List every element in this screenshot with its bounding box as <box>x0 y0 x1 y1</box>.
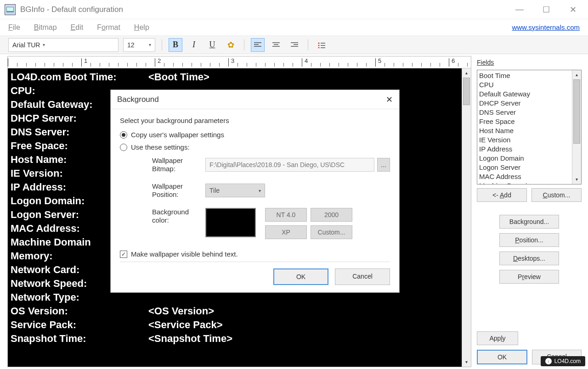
field-value: <Service Pack> <box>148 318 222 332</box>
wallpaper-position-select[interactable]: Tile ▾ <box>205 184 265 197</box>
toolbar: Arial TUR ▾ 12 ▾ B I U ✿ <box>0 36 588 54</box>
preset-custom-button[interactable]: Custom... <box>311 225 352 239</box>
field-list-item[interactable]: Default Gateway <box>479 89 570 99</box>
separator <box>162 39 162 50</box>
dialog-title: Background <box>117 95 159 104</box>
svg-point-13 <box>318 45 320 46</box>
font-size-value: 12 <box>127 41 135 49</box>
preset-2000-button[interactable]: 2000 <box>311 208 352 222</box>
fields-listbox[interactable]: Boot TimeCPUDefault GatewayDHCP ServerDN… <box>477 70 582 184</box>
chevron-down-icon: ▾ <box>149 42 151 47</box>
field-label: LO4D.com Boot Time: <box>11 70 148 84</box>
right-panel: Fields Boot TimeCPUDefault GatewayDHCP S… <box>473 54 588 369</box>
wallpaper-position-label: Wallpaper Position: <box>152 182 203 199</box>
preset-xp-button[interactable]: XP <box>265 225 307 239</box>
fields-scrollbar[interactable]: ▴ ▾ <box>572 70 581 184</box>
download-icon: ↓ <box>545 358 552 364</box>
field-value: <Boot Time> <box>148 70 209 84</box>
sysinternals-link[interactable]: www.sysinternals.com <box>512 23 580 31</box>
bold-button[interactable]: B <box>169 38 182 52</box>
background-button[interactable]: Background... <box>499 215 559 229</box>
editor-row[interactable]: Snapshot Time:<Snapshot Time> <box>11 332 459 346</box>
menubar: File Bitmap Edit Format Help www.sysinte… <box>0 19 588 36</box>
dialog-ok-button[interactable]: OK <box>273 268 328 285</box>
add-field-button[interactable]: <- Add <box>477 188 527 202</box>
field-list-item[interactable]: IP Address <box>479 145 570 154</box>
align-left-button[interactable] <box>251 38 265 52</box>
browse-button[interactable]: ... <box>377 158 390 172</box>
background-color-swatch[interactable] <box>205 208 256 237</box>
scroll-up-icon[interactable]: ▴ <box>572 70 581 79</box>
font-size-select[interactable]: 12 ▾ <box>123 38 155 52</box>
svg-point-15 <box>318 47 320 48</box>
custom-field-button[interactable]: Custom... <box>531 188 582 202</box>
dialog-titlebar: Background ✕ <box>111 90 399 109</box>
window-title: BGInfo - Default configuration <box>20 5 123 14</box>
app-icon <box>5 4 16 15</box>
color-button[interactable]: ✿ <box>224 38 237 52</box>
separator <box>120 262 390 262</box>
wallpaper-bitmap-label: Wallpaper Bitmap: <box>152 157 203 173</box>
radio-use-settings[interactable]: Use these settings: <box>120 143 390 151</box>
checkbox-icon: ✓ <box>120 251 127 258</box>
wallpaper-bitmap-input[interactable]: F:\Digital\Places\2018.09 - San Diego, U… <box>205 158 374 172</box>
menu-file[interactable]: File <box>8 23 20 32</box>
bullets-button[interactable] <box>315 38 328 52</box>
editor-row[interactable]: LO4D.com Boot Time:<Boot Time> <box>11 70 459 84</box>
field-list-item[interactable]: Host Name <box>479 126 570 135</box>
font-family-value: Arial TUR <box>12 41 40 49</box>
field-value: <OS Version> <box>148 304 214 318</box>
preview-button[interactable]: Preview <box>499 270 559 284</box>
scroll-up-icon[interactable]: ▴ <box>462 68 471 78</box>
field-list-item[interactable]: Boot Time <box>479 71 570 80</box>
field-list-item[interactable]: Free Space <box>479 117 570 126</box>
svg-point-11 <box>318 42 320 44</box>
italic-button[interactable]: I <box>187 38 201 52</box>
scroll-down-icon[interactable]: ▾ <box>462 358 471 367</box>
radio-icon <box>120 131 127 139</box>
radio-icon <box>120 144 127 151</box>
field-list-item[interactable]: CPU <box>479 80 570 89</box>
ruler[interactable]: 123456 <box>8 56 471 68</box>
scroll-thumb[interactable] <box>573 79 580 144</box>
chevron-down-icon: ▾ <box>259 188 261 193</box>
menu-help[interactable]: Help <box>134 23 149 32</box>
dialog-prompt: Select your background parameters <box>120 117 390 124</box>
field-list-item[interactable]: DNS Server <box>479 108 570 117</box>
menu-edit[interactable]: Edit <box>71 23 84 32</box>
menu-format[interactable]: Format <box>97 23 120 32</box>
svg-rect-1 <box>7 7 13 11</box>
position-button[interactable]: Position... <box>499 233 559 247</box>
align-right-button[interactable] <box>288 38 301 52</box>
align-center-button[interactable] <box>269 38 283 52</box>
ok-button[interactable]: OK <box>477 350 527 364</box>
field-list-item[interactable]: Machine Domain <box>479 181 570 184</box>
editor-row[interactable]: Service Pack:<Service Pack> <box>11 318 459 332</box>
dialog-close-button[interactable]: ✕ <box>386 95 393 105</box>
field-label: Service Pack: <box>11 318 148 332</box>
underline-button[interactable]: U <box>205 38 219 52</box>
chevron-down-icon: ▾ <box>43 42 45 47</box>
maximize-button[interactable]: ☐ <box>539 5 553 15</box>
editor-row[interactable]: OS Version:<OS Version> <box>11 304 459 318</box>
field-list-item[interactable]: IE Version <box>479 135 570 145</box>
menu-bitmap[interactable]: Bitmap <box>34 23 57 32</box>
separator <box>244 39 244 50</box>
dialog-cancel-button[interactable]: Cancel <box>335 268 390 285</box>
close-button[interactable]: ✕ <box>566 5 580 15</box>
field-list-item[interactable]: DHCP Server <box>479 99 570 108</box>
apply-button[interactable]: Apply <box>477 331 518 345</box>
minimize-button[interactable]: — <box>513 5 526 15</box>
radio-copy-wallpaper[interactable]: Copy user's wallpaper settings <box>120 131 390 139</box>
scroll-down-icon[interactable]: ▾ <box>572 175 581 184</box>
preset-nt4-button[interactable]: NT 4.0 <box>265 208 307 222</box>
watermark: ↓ LO4D.com <box>541 356 585 366</box>
field-list-item[interactable]: MAC Address <box>479 172 570 181</box>
make-visible-checkbox[interactable]: ✓ Make wallpaper visible behind text. <box>120 250 390 258</box>
field-list-item[interactable]: Logon Server <box>479 163 570 172</box>
desktops-button[interactable]: Desktops... <box>499 252 559 265</box>
field-list-item[interactable]: Logon Domain <box>479 154 570 163</box>
editor-scrollbar[interactable]: ▴ ▾ <box>462 68 471 367</box>
font-family-select[interactable]: Arial TUR ▾ <box>8 38 119 52</box>
scroll-thumb[interactable] <box>463 78 470 105</box>
